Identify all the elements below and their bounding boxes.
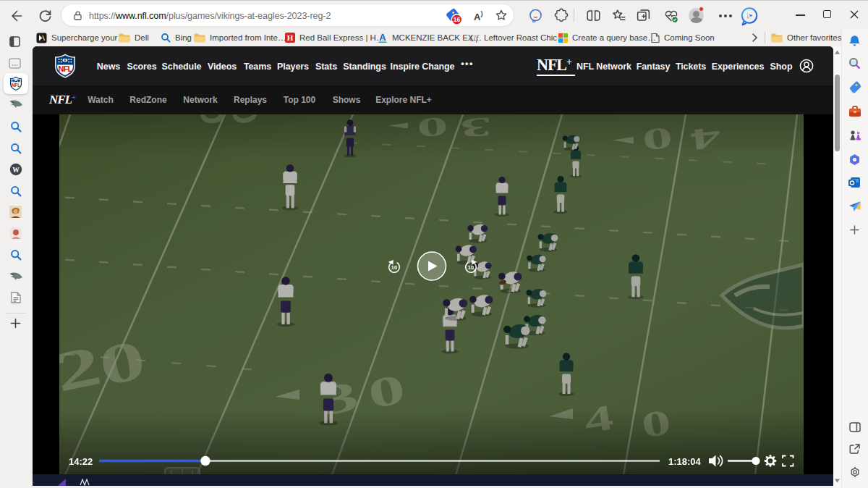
- svg-text:Uf: Uf: [469, 33, 480, 43]
- svg-text:H: H: [287, 33, 294, 42]
- svg-text:16: 16: [454, 16, 461, 23]
- svg-text:10: 10: [468, 264, 474, 271]
- svg-text:1:18:04: 1:18:04: [668, 456, 702, 467]
- svg-text:W: W: [12, 167, 20, 174]
- svg-text:14:22: 14:22: [69, 456, 93, 467]
- svg-text:NFL: NFL: [12, 83, 21, 88]
- svg-text:NFL: NFL: [59, 64, 73, 73]
- svg-text:A: A: [379, 33, 386, 43]
- svg-text:10: 10: [391, 264, 397, 271]
